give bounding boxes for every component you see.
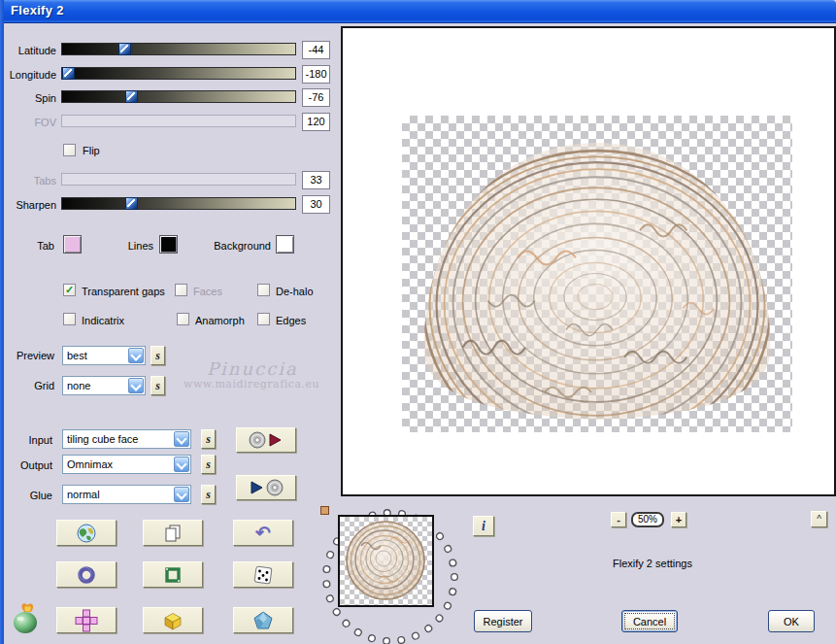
fov-value[interactable]: 120	[302, 113, 330, 131]
longitude-slider[interactable]	[61, 67, 296, 80]
yellow-box-icon	[161, 610, 184, 631]
transparent-gaps-label: Transparent gaps	[82, 286, 165, 298]
glue-select[interactable]: normal	[62, 485, 191, 504]
tabs-label: Tabs	[0, 175, 56, 187]
preview-select[interactable]: best	[62, 346, 146, 365]
sharpen-slider-thumb[interactable]	[125, 197, 138, 210]
box-button[interactable]	[143, 607, 203, 633]
grid-select-label: Grid	[0, 380, 54, 392]
tabs-value[interactable]: 33	[302, 171, 330, 189]
fov-label: FOV	[0, 117, 56, 129]
glue-select-value: normal	[67, 489, 100, 500]
thumbnail-preview[interactable]	[338, 515, 434, 607]
edges-checkbox[interactable]	[257, 313, 270, 325]
copy-button[interactable]	[143, 520, 203, 546]
background-color-swatch[interactable]	[276, 235, 294, 254]
output-select-label: Output	[0, 459, 52, 472]
faces-checkbox	[175, 284, 187, 296]
faces-label: Faces	[193, 286, 222, 298]
dice-icon	[252, 564, 274, 586]
preview-dome-image	[402, 116, 792, 432]
preview-s-button[interactable]: s	[150, 346, 165, 365]
spin-slider[interactable]	[61, 90, 296, 103]
earth-icon	[75, 523, 98, 544]
ring-icon	[76, 565, 97, 585]
output-s-button[interactable]: s	[201, 455, 216, 474]
tab-color-label: Tab	[0, 240, 54, 253]
glue-select-label: Glue	[0, 490, 52, 502]
chevron-down-icon[interactable]	[174, 431, 189, 447]
preview-select-label: Preview	[0, 350, 54, 362]
save-settings-button[interactable]	[236, 475, 296, 500]
zoom-level: 50%	[631, 512, 664, 527]
input-select[interactable]: tiling cube face	[62, 429, 191, 449]
play-disc-icon	[247, 479, 285, 496]
longitude-slider-thumb[interactable]	[62, 67, 75, 80]
grid-s-button[interactable]: s	[150, 376, 165, 395]
randomize-button[interactable]	[233, 561, 293, 588]
chevron-down-icon[interactable]	[174, 487, 189, 502]
longitude-label: Longitude	[0, 69, 56, 82]
sharpen-slider[interactable]	[61, 197, 296, 210]
tab-color-swatch[interactable]	[63, 235, 82, 254]
zoom-out-button[interactable]: -	[611, 512, 626, 527]
sharpen-value[interactable]: 30	[302, 195, 330, 214]
input-select-label: Input	[0, 434, 52, 447]
watermark-url: www.maidiregrafica.eu	[184, 378, 319, 390]
fov-slider	[61, 115, 296, 127]
indicatrix-label: Indicatrix	[82, 315, 124, 327]
flexify-dialog: Flexify 2 Latitude -44 Longitude -180 Sp…	[0, 0, 836, 644]
input-s-button[interactable]: s	[201, 429, 216, 449]
ring-button[interactable]	[56, 561, 117, 588]
disc-play-icon	[247, 431, 285, 449]
transparency-checkerboard	[402, 116, 792, 432]
edges-label: Edges	[276, 315, 306, 327]
dehalo-checkbox[interactable]	[257, 284, 270, 296]
cube-net-button[interactable]	[56, 607, 117, 633]
anamorph-label: Anamorph	[195, 315, 245, 327]
gem-button[interactable]	[233, 607, 293, 633]
info-button[interactable]: i	[473, 516, 494, 536]
ok-button[interactable]: OK	[768, 610, 815, 632]
chevron-down-icon[interactable]	[174, 457, 189, 472]
watermark-name: Pinuccia	[207, 358, 298, 379]
grid-select[interactable]: none	[62, 376, 146, 395]
tabs-slider	[61, 173, 296, 186]
indicatrix-checkbox[interactable]	[63, 313, 76, 325]
longitude-value[interactable]: -180	[302, 65, 330, 84]
grid-select-value: none	[67, 380, 90, 391]
latitude-label: Latitude	[0, 45, 56, 57]
spin-slider-thumb[interactable]	[125, 90, 138, 103]
thumbnail-sphere-image	[340, 517, 432, 605]
status-text: Flexify 2 settings	[613, 558, 692, 570]
frame-button[interactable]	[143, 561, 203, 588]
zoom-in-button[interactable]: +	[671, 512, 686, 527]
transparent-gaps-checkbox[interactable]	[63, 284, 76, 296]
lines-color-swatch[interactable]	[159, 235, 178, 254]
register-button[interactable]: Register	[474, 610, 532, 632]
flip-label: Flip	[83, 145, 100, 157]
flip-checkbox[interactable]	[63, 144, 76, 156]
dehalo-label: De-halo	[276, 286, 314, 298]
glue-s-button[interactable]: s	[201, 485, 216, 504]
cancel-button[interactable]: Cancel	[621, 610, 678, 632]
title-bar[interactable]: Flexify 2	[0, 0, 836, 23]
earth-button[interactable]	[56, 520, 117, 546]
undo-button[interactable]: ↶	[233, 520, 293, 546]
green-square-icon	[163, 565, 183, 585]
chevron-down-icon[interactable]	[128, 378, 144, 393]
undo-icon: ↶	[255, 524, 271, 542]
output-select-value: Omnimax	[67, 458, 113, 470]
output-select[interactable]: Omnimax	[62, 455, 191, 474]
anamorph-checkbox[interactable]	[177, 313, 189, 325]
latitude-slider[interactable]	[61, 43, 296, 55]
lines-color-label: Lines	[107, 240, 153, 253]
copy-pages-icon	[163, 524, 183, 543]
spin-label: Spin	[0, 92, 56, 105]
collapse-button[interactable]: ^	[811, 511, 827, 527]
load-settings-button[interactable]	[236, 427, 296, 453]
latitude-slider-thumb[interactable]	[118, 43, 131, 55]
latitude-value[interactable]: -44	[302, 41, 330, 59]
spin-value[interactable]: -76	[302, 88, 330, 107]
chevron-down-icon[interactable]	[128, 348, 144, 363]
